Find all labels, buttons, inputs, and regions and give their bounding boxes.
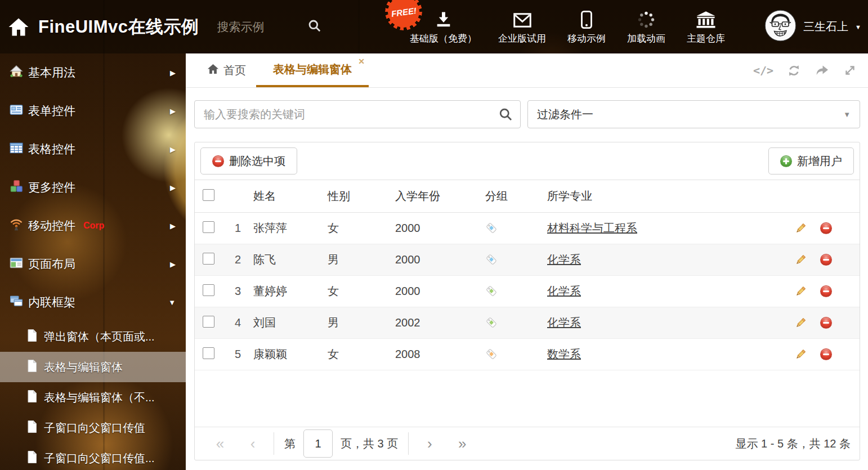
add-user-button[interactable]: 新增用户 [768, 147, 854, 174]
delete-icon[interactable] [820, 317, 853, 329]
cell-year: 2000 [395, 285, 485, 298]
page-number-input[interactable] [303, 429, 333, 458]
sidebar-subitem-grid-edit-window[interactable]: 表格与编辑窗体 [0, 352, 186, 382]
tag-icon[interactable] [485, 348, 547, 361]
row-checkbox[interactable] [203, 253, 214, 265]
edit-icon[interactable] [794, 254, 820, 266]
chevron-right-icon: ▶ [170, 183, 176, 192]
cubes-icon [9, 179, 24, 196]
chevron-right-icon: ▶ [170, 145, 176, 154]
plus-circle-icon [780, 155, 792, 167]
nav-mobile-demo[interactable]: 移动示例 [567, 9, 606, 45]
last-page-icon[interactable]: » [446, 436, 478, 451]
sidebar-item-more-controls[interactable]: 更多控件 ▶ [0, 168, 186, 207]
header-search[interactable] [216, 19, 322, 35]
tab-grid-edit-window[interactable]: 表格与编辑窗体 ✕ [256, 53, 369, 87]
column-header-name: 姓名 [253, 189, 328, 204]
major-link[interactable]: 化学系 [547, 316, 581, 329]
sidebar-subitem-child-to-parent[interactable]: 子窗口向父窗口传值 [0, 413, 186, 443]
cell-gender: 男 [328, 252, 395, 267]
delete-selected-button[interactable]: 删除选中项 [200, 147, 297, 174]
sidebar-item-inline-frames[interactable]: 内联框架 ▼ [0, 283, 186, 321]
next-page-icon[interactable]: › [413, 436, 446, 451]
major-link[interactable]: 化学系 [547, 285, 581, 297]
app-title: FineUIMvc在线示例 [38, 15, 199, 39]
major-link[interactable]: 材料科学与工程系 [547, 222, 637, 234]
user-name: 三生石上 [803, 19, 848, 34]
keyword-search-input[interactable] [194, 100, 521, 128]
delete-button-label: 删除选中项 [229, 154, 285, 169]
share-icon[interactable] [815, 64, 830, 77]
user-menu[interactable]: 三生石上 ▼ [764, 0, 861, 53]
edit-icon[interactable] [794, 317, 820, 329]
table-row[interactable]: 5 康颖颖 女 2008 数学系 [195, 339, 860, 370]
sidebar-item-grid-controls[interactable]: 表格控件 ▶ [0, 130, 186, 168]
tag-icon[interactable] [485, 285, 547, 298]
close-icon[interactable]: ✕ [358, 57, 365, 66]
table-row[interactable]: 1 张萍萍 女 2000 材料科学与工程系 [195, 213, 860, 244]
add-button-label: 新增用户 [797, 154, 842, 169]
sidebar-item-basic-usage[interactable]: 基本用法 ▶ [0, 53, 186, 92]
sidebar-subitem-popup-window[interactable]: 弹出窗体（本页面或... [0, 321, 186, 352]
tag-icon[interactable] [485, 253, 547, 266]
edit-icon[interactable] [794, 222, 820, 235]
code-icon[interactable]: </> [753, 64, 773, 77]
envelope-icon [512, 9, 533, 29]
filter-dropdown[interactable]: 过滤条件一 ▼ [527, 100, 860, 128]
row-number: 3 [229, 285, 253, 298]
delete-icon[interactable] [820, 254, 853, 266]
table-row[interactable]: 4 刘国 男 2002 化学系 [195, 307, 860, 339]
sidebar-item-mobile-controls[interactable]: 移动控件 Corp ▶ [0, 207, 186, 245]
row-checkbox[interactable] [203, 221, 214, 233]
refresh-icon[interactable] [787, 64, 801, 78]
prev-page-icon[interactable]: ‹ [236, 436, 269, 451]
delete-icon[interactable] [820, 285, 853, 297]
table-row[interactable]: 2 陈飞 男 2000 化学系 [195, 244, 860, 276]
expand-icon[interactable] [843, 64, 857, 77]
sidebar-subitem-grid-edit-window-2[interactable]: 表格与编辑窗体（不... [0, 382, 186, 413]
tag-icon[interactable] [485, 222, 547, 235]
cell-year: 2000 [395, 253, 485, 266]
search-icon[interactable] [307, 19, 322, 35]
tab-home[interactable]: 首页 [203, 53, 250, 87]
tab-tools: </> [753, 53, 857, 87]
nav-theme-repo[interactable]: 主题仓库 [687, 9, 725, 45]
avatar [764, 10, 797, 44]
keyword-search-box[interactable] [194, 100, 521, 128]
nav-enterprise-trial[interactable]: 企业版试用 [498, 9, 546, 45]
search-icon[interactable] [498, 107, 513, 124]
home-icon[interactable] [8, 16, 29, 38]
major-link[interactable]: 化学系 [547, 253, 581, 266]
pagination-summary: 显示 1 - 5 条，共 12 条 [736, 436, 851, 451]
tag-icon[interactable] [485, 316, 547, 329]
header-search-input[interactable] [216, 20, 303, 34]
row-number: 1 [229, 222, 253, 235]
edit-icon[interactable] [794, 285, 820, 298]
file-icon [26, 329, 38, 344]
sidebar: 基本用法 ▶ 表单控件 ▶ 表格控件 ▶ 更多控件 ▶ 移动控件 Corp ▶ … [0, 53, 186, 470]
row-checkbox[interactable] [203, 284, 214, 296]
pager-divider [274, 432, 274, 455]
home-tab-icon [207, 63, 219, 78]
edit-icon[interactable] [794, 348, 820, 361]
sidebar-subitem-child-to-parent-2[interactable]: 子窗口向父窗口传值... [0, 443, 186, 470]
row-checkbox[interactable] [203, 347, 214, 359]
first-page-icon[interactable]: « [204, 436, 236, 451]
page-label-suffix: 页，共 3 页 [341, 436, 398, 451]
delete-icon[interactable] [820, 222, 853, 234]
delete-icon[interactable] [820, 348, 853, 360]
sidebar-item-form-controls[interactable]: 表单控件 ▶ [0, 92, 186, 130]
nav-loading-animations[interactable]: 加载动画 [627, 9, 665, 45]
app-header: FineUIMvc在线示例 FREE! 基础版（免费） 企业版试用 移动示例 [0, 0, 868, 53]
sidebar-subitem-label: 表格与编辑窗体 [44, 360, 123, 375]
form-icon [9, 102, 24, 119]
select-all-checkbox[interactable] [203, 189, 214, 201]
chevron-right-icon: ▶ [170, 222, 176, 230]
sidebar-item-page-layout[interactable]: 页面布局 ▶ [0, 245, 186, 283]
row-checkbox[interactable] [203, 316, 214, 328]
table-icon [9, 141, 24, 158]
sidebar-item-label: 移动控件 [28, 218, 75, 234]
table-row[interactable]: 3 董婷婷 女 2000 化学系 [195, 276, 860, 307]
major-link[interactable]: 数学系 [547, 348, 581, 360]
column-header-group: 分组 [485, 189, 547, 204]
